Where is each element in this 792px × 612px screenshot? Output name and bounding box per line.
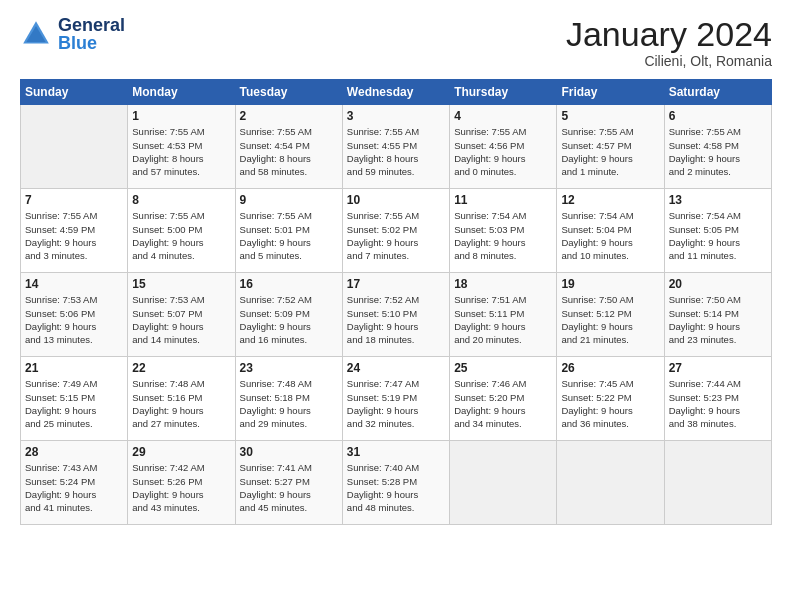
day-number: 27 — [669, 361, 767, 375]
day-info: Sunrise: 7:55 AM Sunset: 4:56 PM Dayligh… — [454, 125, 552, 178]
day-number: 2 — [240, 109, 338, 123]
week-row-2: 7Sunrise: 7:55 AM Sunset: 4:59 PM Daylig… — [21, 189, 772, 273]
calendar-cell — [21, 105, 128, 189]
day-number: 24 — [347, 361, 445, 375]
day-info: Sunrise: 7:48 AM Sunset: 5:16 PM Dayligh… — [132, 377, 230, 430]
calendar-cell: 10Sunrise: 7:55 AM Sunset: 5:02 PM Dayli… — [342, 189, 449, 273]
day-number: 5 — [561, 109, 659, 123]
day-info: Sunrise: 7:44 AM Sunset: 5:23 PM Dayligh… — [669, 377, 767, 430]
day-info: Sunrise: 7:52 AM Sunset: 5:09 PM Dayligh… — [240, 293, 338, 346]
day-number: 21 — [25, 361, 123, 375]
calendar-cell: 1Sunrise: 7:55 AM Sunset: 4:53 PM Daylig… — [128, 105, 235, 189]
day-number: 7 — [25, 193, 123, 207]
day-number: 15 — [132, 277, 230, 291]
logo-text: General Blue — [58, 16, 125, 52]
header-row: SundayMondayTuesdayWednesdayThursdayFrid… — [21, 80, 772, 105]
title-block: January 2024 Cilieni, Olt, Romania — [566, 16, 772, 69]
calendar-cell: 25Sunrise: 7:46 AM Sunset: 5:20 PM Dayli… — [450, 357, 557, 441]
calendar-cell: 31Sunrise: 7:40 AM Sunset: 5:28 PM Dayli… — [342, 441, 449, 525]
calendar-table: SundayMondayTuesdayWednesdayThursdayFrid… — [20, 79, 772, 525]
page: General Blue January 2024 Cilieni, Olt, … — [0, 0, 792, 612]
day-number: 10 — [347, 193, 445, 207]
day-info: Sunrise: 7:53 AM Sunset: 5:06 PM Dayligh… — [25, 293, 123, 346]
location: Cilieni, Olt, Romania — [566, 53, 772, 69]
day-info: Sunrise: 7:40 AM Sunset: 5:28 PM Dayligh… — [347, 461, 445, 514]
day-info: Sunrise: 7:54 AM Sunset: 5:05 PM Dayligh… — [669, 209, 767, 262]
week-row-5: 28Sunrise: 7:43 AM Sunset: 5:24 PM Dayli… — [21, 441, 772, 525]
day-number: 4 — [454, 109, 552, 123]
day-number: 1 — [132, 109, 230, 123]
calendar-cell: 11Sunrise: 7:54 AM Sunset: 5:03 PM Dayli… — [450, 189, 557, 273]
day-info: Sunrise: 7:55 AM Sunset: 4:54 PM Dayligh… — [240, 125, 338, 178]
day-info: Sunrise: 7:48 AM Sunset: 5:18 PM Dayligh… — [240, 377, 338, 430]
day-number: 3 — [347, 109, 445, 123]
day-info: Sunrise: 7:55 AM Sunset: 4:59 PM Dayligh… — [25, 209, 123, 262]
day-info: Sunrise: 7:55 AM Sunset: 4:55 PM Dayligh… — [347, 125, 445, 178]
calendar-cell: 24Sunrise: 7:47 AM Sunset: 5:19 PM Dayli… — [342, 357, 449, 441]
column-header-saturday: Saturday — [664, 80, 771, 105]
logo: General Blue — [20, 16, 125, 52]
calendar-cell: 18Sunrise: 7:51 AM Sunset: 5:11 PM Dayli… — [450, 273, 557, 357]
calendar-cell: 23Sunrise: 7:48 AM Sunset: 5:18 PM Dayli… — [235, 357, 342, 441]
calendar-cell: 6Sunrise: 7:55 AM Sunset: 4:58 PM Daylig… — [664, 105, 771, 189]
calendar-cell: 28Sunrise: 7:43 AM Sunset: 5:24 PM Dayli… — [21, 441, 128, 525]
logo-icon — [20, 18, 52, 50]
day-number: 16 — [240, 277, 338, 291]
day-info: Sunrise: 7:55 AM Sunset: 5:01 PM Dayligh… — [240, 209, 338, 262]
day-number: 31 — [347, 445, 445, 459]
calendar-cell: 27Sunrise: 7:44 AM Sunset: 5:23 PM Dayli… — [664, 357, 771, 441]
day-info: Sunrise: 7:50 AM Sunset: 5:12 PM Dayligh… — [561, 293, 659, 346]
day-info: Sunrise: 7:46 AM Sunset: 5:20 PM Dayligh… — [454, 377, 552, 430]
day-number: 29 — [132, 445, 230, 459]
day-number: 6 — [669, 109, 767, 123]
day-number: 8 — [132, 193, 230, 207]
day-number: 17 — [347, 277, 445, 291]
day-number: 23 — [240, 361, 338, 375]
day-info: Sunrise: 7:49 AM Sunset: 5:15 PM Dayligh… — [25, 377, 123, 430]
day-number: 22 — [132, 361, 230, 375]
column-header-monday: Monday — [128, 80, 235, 105]
day-number: 14 — [25, 277, 123, 291]
calendar-cell: 7Sunrise: 7:55 AM Sunset: 4:59 PM Daylig… — [21, 189, 128, 273]
month-title: January 2024 — [566, 16, 772, 53]
day-number: 28 — [25, 445, 123, 459]
day-number: 12 — [561, 193, 659, 207]
day-info: Sunrise: 7:55 AM Sunset: 4:58 PM Dayligh… — [669, 125, 767, 178]
calendar-cell: 29Sunrise: 7:42 AM Sunset: 5:26 PM Dayli… — [128, 441, 235, 525]
day-info: Sunrise: 7:41 AM Sunset: 5:27 PM Dayligh… — [240, 461, 338, 514]
calendar-cell: 13Sunrise: 7:54 AM Sunset: 5:05 PM Dayli… — [664, 189, 771, 273]
day-number: 30 — [240, 445, 338, 459]
week-row-3: 14Sunrise: 7:53 AM Sunset: 5:06 PM Dayli… — [21, 273, 772, 357]
day-info: Sunrise: 7:55 AM Sunset: 4:57 PM Dayligh… — [561, 125, 659, 178]
day-info: Sunrise: 7:55 AM Sunset: 5:02 PM Dayligh… — [347, 209, 445, 262]
calendar-cell: 8Sunrise: 7:55 AM Sunset: 5:00 PM Daylig… — [128, 189, 235, 273]
calendar-cell: 14Sunrise: 7:53 AM Sunset: 5:06 PM Dayli… — [21, 273, 128, 357]
calendar-cell — [450, 441, 557, 525]
column-header-wednesday: Wednesday — [342, 80, 449, 105]
day-number: 26 — [561, 361, 659, 375]
day-number: 20 — [669, 277, 767, 291]
calendar-cell: 15Sunrise: 7:53 AM Sunset: 5:07 PM Dayli… — [128, 273, 235, 357]
day-number: 25 — [454, 361, 552, 375]
column-header-tuesday: Tuesday — [235, 80, 342, 105]
calendar-cell: 3Sunrise: 7:55 AM Sunset: 4:55 PM Daylig… — [342, 105, 449, 189]
column-header-thursday: Thursday — [450, 80, 557, 105]
day-number: 9 — [240, 193, 338, 207]
day-info: Sunrise: 7:51 AM Sunset: 5:11 PM Dayligh… — [454, 293, 552, 346]
day-info: Sunrise: 7:50 AM Sunset: 5:14 PM Dayligh… — [669, 293, 767, 346]
calendar-cell: 4Sunrise: 7:55 AM Sunset: 4:56 PM Daylig… — [450, 105, 557, 189]
week-row-4: 21Sunrise: 7:49 AM Sunset: 5:15 PM Dayli… — [21, 357, 772, 441]
day-number: 11 — [454, 193, 552, 207]
day-info: Sunrise: 7:55 AM Sunset: 4:53 PM Dayligh… — [132, 125, 230, 178]
day-info: Sunrise: 7:54 AM Sunset: 5:04 PM Dayligh… — [561, 209, 659, 262]
day-info: Sunrise: 7:54 AM Sunset: 5:03 PM Dayligh… — [454, 209, 552, 262]
day-info: Sunrise: 7:52 AM Sunset: 5:10 PM Dayligh… — [347, 293, 445, 346]
week-row-1: 1Sunrise: 7:55 AM Sunset: 4:53 PM Daylig… — [21, 105, 772, 189]
day-number: 19 — [561, 277, 659, 291]
calendar-cell: 20Sunrise: 7:50 AM Sunset: 5:14 PM Dayli… — [664, 273, 771, 357]
calendar-cell: 21Sunrise: 7:49 AM Sunset: 5:15 PM Dayli… — [21, 357, 128, 441]
calendar-cell: 19Sunrise: 7:50 AM Sunset: 5:12 PM Dayli… — [557, 273, 664, 357]
calendar-cell: 2Sunrise: 7:55 AM Sunset: 4:54 PM Daylig… — [235, 105, 342, 189]
column-header-friday: Friday — [557, 80, 664, 105]
calendar-cell: 9Sunrise: 7:55 AM Sunset: 5:01 PM Daylig… — [235, 189, 342, 273]
